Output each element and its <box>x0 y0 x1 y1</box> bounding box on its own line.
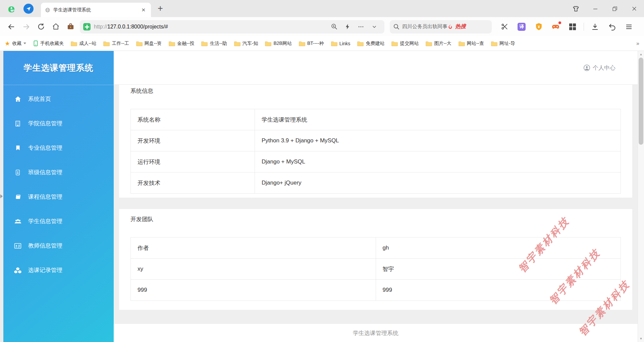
tab-bar: e 学生选课管理系统 ✕ + <box>0 0 644 17</box>
folder-icon <box>136 41 143 46</box>
table-cell-label: xy <box>131 259 376 280</box>
table-cell-value: gh <box>376 237 621 259</box>
tab-close-icon[interactable]: ✕ <box>140 7 147 13</box>
sidebar-item-course-info[interactable]: 课程信息管理 <box>3 185 114 209</box>
sidebar-item-home[interactable]: 系统首页 <box>3 87 114 111</box>
scroll-down-arrow-icon[interactable]: ▼ <box>638 336 644 341</box>
folder-icon <box>459 41 465 46</box>
folder-icon <box>357 41 364 46</box>
bookmark-folder[interactable]: 生活--助 <box>201 41 227 47</box>
browser-logo-icon[interactable]: e <box>5 0 18 17</box>
hot-search-label[interactable]: 热搜 <box>455 23 466 30</box>
bookmark-icon <box>13 145 22 151</box>
user-icon <box>583 64 590 71</box>
bookmark-folder[interactable]: 网站--查 <box>459 41 484 47</box>
url-host: 127.0.0.1 <box>107 24 130 29</box>
briefcase-icon[interactable] <box>63 20 78 33</box>
browser-tab[interactable]: 学生选课管理系统 ✕ <box>41 3 151 17</box>
bookmark-folder[interactable]: 网盘--资 <box>136 41 162 47</box>
bookmark-folder[interactable]: Links <box>331 41 351 46</box>
bookmark-folder[interactable]: 图片--大 <box>426 41 451 47</box>
bookmark-folder[interactable]: 汽车-知 <box>234 41 258 47</box>
dev-team-card: 开发团队 作者 gh xy 智宇 999 <box>119 209 632 310</box>
navigation-icon[interactable] <box>23 4 34 14</box>
folder-icon <box>103 41 110 46</box>
translate-icon[interactable]: 译 <box>516 21 528 33</box>
main-area: 个人中心 系统信息 系统名称 学生选课管理系统 开发环境 <box>114 51 638 342</box>
bookmark-folder[interactable]: 工作--工 <box>103 41 129 47</box>
sidebar-item-class-info[interactable]: 班级信息管理 <box>3 160 114 185</box>
bookmark-folder[interactable]: 金融--投 <box>169 41 194 47</box>
close-window-button[interactable] <box>625 0 644 17</box>
downloads-icon[interactable] <box>589 21 601 33</box>
table-row: 999 999 <box>131 280 621 301</box>
site-safety-icon[interactable] <box>83 23 91 30</box>
section-heading: 系统信息 <box>130 87 621 95</box>
vertical-scrollbar[interactable]: ▲ ▼ <box>638 51 644 342</box>
bookmark-phone-favorites[interactable]: 手机收藏夹 <box>33 41 64 47</box>
sidebar-item-teacher-info[interactable]: 教师信息管理 <box>3 233 114 258</box>
url-bar[interactable]: http://127.0.0.1:8000/projects/# <box>80 20 384 33</box>
bookmark-folder[interactable]: 免费建站 <box>357 41 384 47</box>
more-options-icon[interactable] <box>354 23 368 30</box>
bookmark-folder[interactable]: 成人--站 <box>71 41 96 47</box>
theme-shirt-icon[interactable] <box>566 0 586 17</box>
reader-lightning-icon[interactable] <box>341 23 354 30</box>
restore-button[interactable] <box>605 0 625 17</box>
bookmark-folder[interactable]: 网址-导 <box>491 41 515 47</box>
sidebar-expand-arrow-icon[interactable] <box>0 194 3 198</box>
wallet-shield-icon[interactable]: ¥ <box>533 21 545 33</box>
table-cell-label: 开发环境 <box>131 130 255 151</box>
sidebar-item-major-info[interactable]: 专业信息管理 <box>3 136 114 160</box>
home-button[interactable] <box>48 20 63 33</box>
forward-button[interactable] <box>19 20 34 33</box>
table-cell-value: Python 3.9 + Django + MySQL <box>255 130 621 151</box>
id-badge-icon <box>13 169 22 176</box>
folder-icon <box>234 41 240 46</box>
address-toolbar: http://127.0.0.1:8000/projects/# 四川公务员出轨… <box>0 17 644 36</box>
folder-icon <box>201 41 208 46</box>
flame-icon <box>447 24 453 29</box>
star-icon: ★ <box>5 40 10 47</box>
bookmarks-bar: ★ 收藏 手机收藏夹 成人--站 工作--工 网盘--资 金融--投 生活--助… <box>0 36 644 51</box>
scrollbar-thumb[interactable] <box>639 58 643 145</box>
dropdown-chevron-icon[interactable] <box>368 24 381 30</box>
caret-down-icon <box>23 43 26 44</box>
bookmarks-overflow-chevron[interactable]: » <box>636 41 639 47</box>
table-cell-value: Django + MySQL <box>255 151 621 173</box>
table-row: 作者 gh <box>131 237 621 259</box>
url-scheme: http:// <box>94 24 107 29</box>
sidebar-item-student-info[interactable]: 学生信息管理 <box>3 209 114 233</box>
table-cell-label: 系统名称 <box>131 109 255 130</box>
sidebar-item-enrollment-records[interactable]: 选课记录管理 <box>3 258 114 282</box>
table-row: 开发技术 Django+ jQuery <box>131 173 621 194</box>
refresh-button[interactable] <box>34 20 48 33</box>
minimize-button[interactable] <box>586 0 605 17</box>
section-heading: 开发团队 <box>130 215 621 224</box>
apps-grid-icon[interactable] <box>567 21 579 33</box>
bookmark-folder[interactable]: B2B网站 <box>265 41 291 47</box>
games-icon[interactable] <box>550 21 562 33</box>
building-icon <box>13 120 22 127</box>
sidebar-item-college-info[interactable]: 学院信息管理 <box>3 111 114 136</box>
restore-session-icon[interactable] <box>606 21 618 33</box>
back-button[interactable] <box>4 20 19 33</box>
url-text[interactable]: http://127.0.0.1:8000/projects/# <box>94 24 327 30</box>
phone-icon <box>33 41 38 46</box>
table-cell-value: 学生选课管理系统 <box>255 109 621 130</box>
search-box[interactable]: 四川公务员出轨同事 热搜 <box>390 20 492 33</box>
user-center-button[interactable]: 个人中心 <box>583 64 615 72</box>
folder-icon <box>491 41 497 46</box>
favorites-button[interactable]: ★ 收藏 <box>5 40 26 47</box>
paper-plane-icon <box>26 6 31 11</box>
zoom-page-icon[interactable] <box>327 23 341 30</box>
scroll-up-arrow-icon[interactable]: ▲ <box>638 52 644 57</box>
window-controls <box>566 0 644 17</box>
toolbar-extensions: 译 ¥ <box>494 21 640 33</box>
bookmark-folder[interactable]: 提交网站 <box>391 41 419 47</box>
menu-icon[interactable] <box>623 21 635 33</box>
bookmark-folder[interactable]: BT----种 <box>299 41 324 47</box>
screenshot-scissors-icon[interactable] <box>499 21 511 33</box>
new-tab-button[interactable]: + <box>158 0 163 17</box>
search-query[interactable]: 四川公务员出轨同事 <box>402 23 447 30</box>
